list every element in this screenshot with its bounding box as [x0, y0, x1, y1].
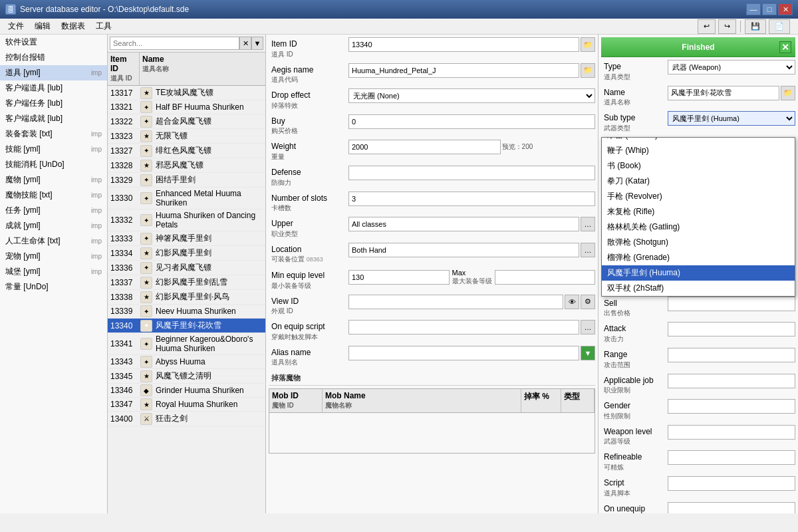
subtype-select[interactable]: 风魔手里剑 (Huuma) [668, 111, 795, 126]
search-dropdown-button[interactable]: ▼ [251, 37, 263, 50]
min-equip-input[interactable] [348, 270, 450, 285]
sidebar-item-console[interactable]: 控制台报错 [0, 50, 107, 65]
redo-button[interactable]: ↪ [718, 19, 736, 34]
list-item[interactable]: 13400 ⚔ 狂击之剑 [108, 412, 265, 426]
sidebar-item-client-item[interactable]: 客户端道具 [lub] [0, 80, 107, 96]
sidebar-item-castle[interactable]: 城堡 [yml] imp [0, 264, 107, 279]
dropdown-item[interactable]: 榴弹枪 (Grenade) [602, 250, 795, 265]
sidebar-item-quest[interactable]: 任务 [yml] imp [0, 203, 107, 218]
list-item[interactable]: 13317 ★ TE攻城风魔飞镖 [108, 86, 265, 100]
list-item[interactable]: 13332 ✦ Huuma Shuriken of Dancing Petals [108, 209, 265, 231]
save-button[interactable]: 💾 [745, 19, 766, 34]
dropdown-item[interactable]: 手枪 (Revolver) [602, 189, 795, 204]
location-browse-button[interactable]: … [581, 243, 595, 257]
list-item[interactable]: 13333 ✦ 神箸风魔手里剑 [108, 231, 265, 246]
sidebar-item-achievement[interactable]: 成就 [yml] imp [0, 218, 107, 233]
list-item[interactable]: 13340 ✦ 风魔手里剑·花吹雪 [108, 319, 265, 333]
on-equip-browse-button[interactable]: … [581, 320, 595, 334]
dropdown-item[interactable]: 来复枪 (Rifle) [602, 204, 795, 219]
menu-edit[interactable]: 编辑 [29, 19, 56, 33]
undo-button[interactable]: ↩ [698, 19, 716, 34]
weapon-level-input[interactable] [668, 425, 795, 440]
close-button[interactable]: ✕ [778, 3, 793, 15]
defense-input[interactable] [348, 166, 595, 180]
alias-download-button[interactable]: ▼ [581, 346, 595, 360]
sidebar-item-mob-skill[interactable]: 魔物技能 [txt] imp [0, 188, 107, 203]
dropdown-item[interactable]: 格林机关枪 (Gatling) [602, 219, 795, 235]
location-input[interactable] [348, 243, 579, 257]
list-item[interactable]: 13334 ★ 幻影风魔手里剑 [108, 246, 265, 261]
upper-input[interactable] [348, 217, 579, 231]
drop-effect-select[interactable]: 无光圈 (None) 普通 稀有 传奇 [348, 88, 595, 103]
view-id-gear-button[interactable]: ⚙ [581, 295, 595, 309]
sidebar-item-client-quest[interactable]: 客户端任务 [lub] [0, 96, 107, 111]
type-select[interactable]: 武器 (Weapon) 防具 (Armor) 消耗品 (Consumable) [668, 60, 795, 74]
name-browse-button[interactable]: 📁 [781, 86, 795, 100]
range-input[interactable] [668, 348, 795, 362]
search-clear-button[interactable]: ✕ [239, 37, 251, 50]
slots-input[interactable] [348, 192, 595, 206]
search-input[interactable] [110, 37, 239, 50]
applicable-job-input[interactable] [668, 374, 795, 388]
view-id-eye-button[interactable]: 👁 [565, 295, 579, 309]
item-id-browse-button[interactable]: 📁 [581, 37, 595, 52]
list-item[interactable]: 13343 ✦ Abyss Huuma [108, 355, 265, 369]
dropdown-item[interactable]: 书 (Book) [602, 158, 795, 174]
sidebar-item-client-achievement[interactable]: 客户端成就 [lub] [0, 111, 107, 126]
minimize-button[interactable]: — [746, 3, 761, 15]
on-unequip-input[interactable] [668, 502, 795, 513]
sidebar-item-equip-set[interactable]: 装备套装 [txt] imp [0, 126, 107, 142]
list-item[interactable]: 13339 ✦ Neev Huuma Shuriken [108, 305, 265, 319]
finished-close-button[interactable]: ✕ [779, 41, 791, 53]
list-item[interactable]: 13322 ✦ 超合金风魔飞镖 [108, 114, 265, 129]
list-item[interactable]: 13338 ★ 幻影风魔手里剑·风鸟 [108, 290, 265, 305]
list-item[interactable]: 13321 ✦ Half BF Huuma Shuriken [108, 100, 265, 114]
sidebar-item-settings[interactable]: 软件设置 [0, 35, 107, 50]
list-item[interactable]: 13341 ✦ Beginner Kagerou&Oboro's Huuma S… [108, 333, 265, 355]
list-item[interactable]: 13345 ★ 风魔飞镖之清明 [108, 369, 265, 384]
dropdown-item[interactable]: 风魔手里剑 (Huuma) [602, 265, 795, 281]
gender-input[interactable] [668, 399, 795, 414]
sell-input[interactable] [668, 297, 795, 311]
dropdown-item[interactable]: 双手杖 (2hStaff) [602, 281, 795, 296]
max-equip-input[interactable] [495, 270, 596, 285]
list-item[interactable]: 13329 ✦ 困结手里剑 [108, 173, 265, 188]
aegis-name-browse-button[interactable]: 📁 [581, 63, 595, 78]
list-item[interactable]: 13327 ✦ 绯红色风魔飞镖 [108, 144, 265, 158]
extra-button[interactable]: 📄 [769, 19, 790, 34]
sidebar-item-constant[interactable]: 常量 [UnDo] [0, 279, 107, 295]
view-id-input[interactable] [348, 295, 563, 309]
menu-datatable[interactable]: 数据表 [56, 19, 90, 33]
list-item[interactable]: 13347 ★ Royal Huuma Shuriken [108, 398, 265, 412]
list-item[interactable]: 13328 ★ 邪恶风魔飞镖 [108, 158, 265, 173]
dropdown-item[interactable]: 拳刀 (Katar) [602, 174, 795, 189]
alias-input[interactable] [348, 346, 579, 360]
upper-browse-button[interactable]: … [581, 217, 595, 231]
sidebar-item-skill-cost[interactable]: 技能消耗 [UnDo] [0, 157, 107, 172]
maximize-button[interactable]: □ [762, 3, 777, 15]
list-item[interactable]: 13323 ★ 无限飞镖 [108, 129, 265, 144]
dropdown-item[interactable]: 鞭子 (Whip) [602, 143, 795, 158]
list-item[interactable]: 13337 ★ 幻影风魔手里剑乱雪 [108, 275, 265, 290]
sidebar-item-skill[interactable]: 技能 [yml] imp [0, 142, 107, 157]
name-input[interactable] [668, 86, 779, 100]
sidebar-item-item-yml[interactable]: 道具 [yml] imp [0, 65, 107, 80]
menu-tools[interactable]: 工具 [90, 19, 117, 33]
script-input[interactable] [668, 476, 795, 491]
item-id-input[interactable] [348, 37, 579, 52]
sidebar-item-pet[interactable]: 宠物 [yml] imp [0, 249, 107, 264]
refineable-input[interactable] [668, 450, 795, 465]
aegis-name-input[interactable] [348, 63, 579, 78]
buy-input[interactable] [348, 114, 595, 129]
list-item[interactable]: 13346 ◆ Grinder Huuma Shuriken [108, 384, 265, 398]
attack-input[interactable] [668, 322, 795, 336]
on-equip-input[interactable] [348, 320, 579, 334]
sidebar-item-homunculus[interactable]: 人工生命体 [txt] imp [0, 233, 107, 249]
weight-input[interactable] [348, 140, 501, 154]
dropdown-item[interactable]: 散弹枪 (Shotgun) [602, 235, 795, 250]
list-item[interactable]: 13336 ✦ 见习者风魔飞镖 [108, 261, 265, 275]
list-item[interactable]: 13330 ✦ Enhanced Metal Huuma Shuriken [108, 188, 265, 209]
sidebar-item-mob[interactable]: 魔物 [yml] imp [0, 172, 107, 188]
menu-file[interactable]: 文件 [3, 19, 29, 33]
dropdown-item[interactable]: 乐器 (Musical) [602, 137, 795, 143]
